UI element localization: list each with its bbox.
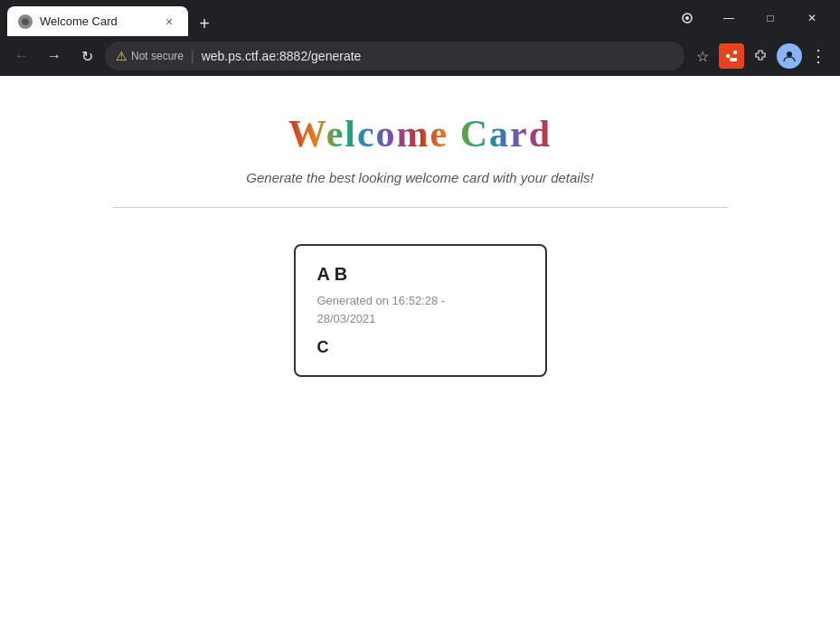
divider [113, 207, 728, 208]
browser-chrome: Welcome Card × + — □ ✕ ← → ↻ ⚠ Not secur… [0, 0, 840, 76]
tab-bar: Welcome Card × + — □ ✕ [0, 0, 840, 36]
svg-point-1 [685, 16, 689, 20]
active-tab[interactable]: Welcome Card × [7, 6, 188, 36]
address-separator: | [191, 49, 194, 63]
url-text: web.ps.ctf.ae:8882/generate [202, 49, 674, 63]
warning-icon: ⚠ [116, 49, 127, 63]
welcome-card: A B Generated on 16:52:28 - 28/03/2021 C [294, 244, 547, 377]
svg-rect-5 [733, 58, 737, 61]
toolbar-right: ☆ ⋮ [688, 42, 833, 71]
card-name: A B [317, 264, 524, 285]
menu-button[interactable]: ⋮ [804, 42, 833, 71]
security-indicator: ⚠ Not secure [116, 49, 184, 63]
card-extra: C [317, 338, 524, 357]
extension-button[interactable] [719, 43, 744, 69]
profile-button[interactable] [777, 43, 802, 69]
security-text: Not secure [131, 50, 184, 62]
card-generated: Generated on 16:52:28 - 28/03/2021 [317, 292, 524, 327]
toolbar: ← → ↻ ⚠ Not secure | web.ps.ctf.ae:8882/… [0, 36, 840, 76]
address-bar[interactable]: ⚠ Not secure | web.ps.ctf.ae:8882/genera… [105, 42, 684, 71]
forward-button[interactable]: → [40, 42, 69, 71]
camera-button[interactable] [666, 0, 708, 36]
page-title: Welcome Card [288, 112, 552, 155]
reload-button[interactable]: ↻ [72, 42, 101, 71]
svg-rect-3 [733, 51, 737, 54]
back-button[interactable]: ← [7, 42, 36, 71]
extensions-button[interactable] [746, 42, 775, 71]
close-button[interactable]: ✕ [791, 0, 833, 36]
tab-favicon-icon [18, 14, 33, 29]
tab-close-button[interactable]: × [161, 14, 177, 30]
page-subtitle: Generate the best looking welcome card w… [246, 170, 593, 185]
new-tab-button[interactable]: + [192, 11, 217, 36]
maximize-button[interactable]: □ [750, 0, 791, 36]
svg-rect-4 [730, 58, 733, 61]
svg-rect-2 [726, 54, 730, 58]
window-controls: — □ ✕ [666, 0, 833, 36]
bookmark-button[interactable]: ☆ [688, 42, 717, 71]
tab-title: Welcome Card [40, 14, 154, 28]
page-content: Welcome Card Generate the best looking w… [0, 76, 840, 621]
svg-point-6 [787, 52, 792, 57]
minimize-button[interactable]: — [708, 0, 750, 36]
card-date: 28/03/2021 [317, 312, 376, 325]
card-generated-label: Generated on 16:52:28 - [317, 294, 446, 307]
